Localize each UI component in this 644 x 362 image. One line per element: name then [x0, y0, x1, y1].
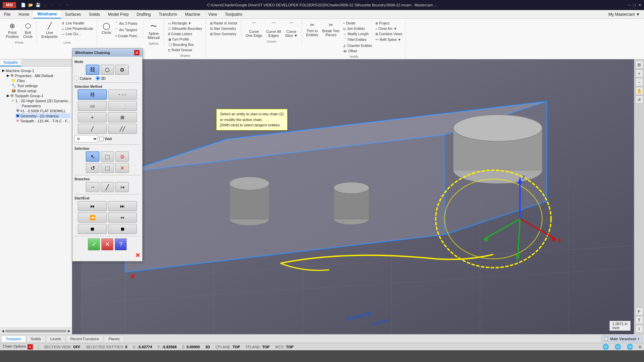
- zoom-out-button[interactable]: −: [635, 78, 643, 86]
- ribbon-btn-break-two-pieces[interactable]: ✂ Break TwoPieces: [321, 21, 341, 54]
- expand-icon[interactable]: ≡: [639, 344, 641, 350]
- selection-remove-button[interactable]: ⊘: [115, 152, 129, 162]
- selection-rect-deselect-button[interactable]: ⬚: [101, 163, 114, 173]
- ribbon-btn-fillet-entities[interactable]: ⌒ Fillet Entities: [342, 37, 373, 43]
- wait-check-label[interactable]: Wait: [99, 137, 112, 141]
- menu-transform[interactable]: Transform: [155, 10, 181, 18]
- ribbon-btn-refit-spline[interactable]: 〜 Refit Spline ▼: [374, 37, 404, 43]
- viewport[interactable]: Z X Streamingt eacher. Select an entity …: [72, 59, 644, 334]
- bottom-tab-levels[interactable]: Levels: [46, 336, 65, 342]
- tree-item-parameters[interactable]: 📄 Parameters: [15, 103, 70, 108]
- ribbon-btn-create-point[interactable]: + Create Point...: [114, 34, 141, 39]
- ribbon-btn-project[interactable]: ⊕ Project: [374, 21, 404, 26]
- ribbon-btn-curve-one-edge[interactable]: ⌒ CurveOne Edge: [244, 21, 264, 39]
- menu-drafting[interactable]: Drafting: [132, 10, 155, 18]
- ribbon-btn-combine-views[interactable]: ⊞ Combine Views: [374, 32, 404, 37]
- quick-access-undo[interactable]: ↩: [50, 2, 56, 8]
- menu-model-prep[interactable]: Model Prep: [104, 10, 132, 18]
- selection-slash-dashed-button[interactable]: ╱╱: [108, 124, 137, 134]
- in-dropdown[interactable]: In Out: [74, 135, 98, 142]
- start-end-skip-end-button[interactable]: ⏭: [108, 201, 137, 211]
- wait-checkbox[interactable]: [99, 137, 104, 141]
- pan-button[interactable]: ✋: [635, 87, 643, 95]
- selection-rect-solid-button[interactable]: ▭: [78, 101, 107, 111]
- selection-rect-select-button[interactable]: ⬚: [101, 152, 114, 162]
- start-end-start-button[interactable]: ⏹: [78, 224, 107, 234]
- branch-arrow-right-button[interactable]: →: [86, 182, 99, 192]
- ribbon-btn-modify-length[interactable]: ↔ Modify Length: [342, 32, 373, 37]
- left-tab-toolpaths[interactable]: Toolpaths: [0, 59, 21, 66]
- zoom-in-button[interactable]: +: [635, 69, 643, 77]
- ribbon-btn-bolt-circle[interactable]: ⬡ BoltCircle: [21, 21, 35, 40]
- selection-arrow-button[interactable]: ↖: [86, 152, 99, 162]
- ribbon-btn-divide-entities[interactable]: ÷ Divide: [342, 21, 373, 26]
- tree-item-stock-setup[interactable]: 📦 Stock setup: [11, 88, 70, 93]
- selection-plus-solid-button[interactable]: +: [78, 112, 107, 122]
- start-end-prev-button[interactable]: ⏪: [78, 213, 107, 223]
- tree-item-files[interactable]: 📁 Files: [11, 78, 70, 83]
- tree-item-flat-endmill[interactable]: ⚒ #1 - 0.5000 FLAT ENDMILL: [15, 108, 70, 113]
- ribbon-btn-close-arc[interactable]: ○ Close Arc ▼: [374, 26, 404, 31]
- 3d-radio-label[interactable]: 3D: [96, 76, 106, 80]
- ribbon-btn-spline-manual[interactable]: 〜 SplineManual: [146, 21, 161, 41]
- ribbon-btn-relief-groove[interactable]: ⊏ Relief Groove: [167, 48, 204, 53]
- tree-scroll-indicator[interactable]: ◀ ▶: [0, 327, 72, 334]
- tree-item-2d-highspeed[interactable]: ✓ 1 - 2D High Speed (2D Dynamic...: [11, 98, 70, 103]
- ribbon-btn-line-parallel[interactable]: ⏸ Line Parallel: [60, 21, 95, 26]
- quick-access-print[interactable]: 🖨: [42, 2, 48, 8]
- ribbon-btn-join-entities[interactable]: ⊔ Join Entities: [342, 26, 373, 31]
- globe-icon-1[interactable]: 🌐: [602, 344, 609, 350]
- tree-item-geometry[interactable]: ⬟ Geometry - (1) chain(s): [15, 113, 70, 118]
- menu-file[interactable]: File: [0, 10, 14, 18]
- scroll-right-icon[interactable]: ▶: [68, 329, 70, 333]
- start-end-swap-button[interactable]: ⇔: [108, 213, 137, 223]
- ribbon-btn-curve-all-edges[interactable]: ⌒ Curve AllEdges: [265, 21, 283, 39]
- selection-rect-dashed-button[interactable]: ⬜: [108, 101, 137, 111]
- ribbon-btn-rectangle[interactable]: ▭ Rectangle ▼: [167, 21, 204, 26]
- selection-rotate-button[interactable]: ↺: [86, 163, 99, 173]
- ribbon-btn-point-position[interactable]: ⊕ PointPosition: [4, 21, 20, 40]
- branch-slash-button[interactable]: ╱: [101, 182, 114, 192]
- dialog-help-button[interactable]: ?: [115, 238, 127, 250]
- ribbon-btn-offset[interactable]: ⟴ Offset: [342, 49, 373, 54]
- zoom-fit-button[interactable]: ⊞: [635, 61, 643, 69]
- my-mastercam[interactable]: My Mastercam ▼: [604, 10, 644, 18]
- selection-slash-solid-button[interactable]: ╱: [78, 124, 107, 134]
- ribbon-btn-trim-to-entities[interactable]: ✂ Trim toEntities: [305, 21, 320, 54]
- ribbon-btn-line-endpoints[interactable]: ╱ LineEndpoints: [40, 21, 59, 40]
- menu-solids[interactable]: Solids: [85, 10, 104, 18]
- minimize-button[interactable]: ─: [628, 3, 631, 7]
- ribbon-btn-stair-geometry[interactable]: ⊟ Stair Geometry: [209, 26, 239, 31]
- quick-access-new[interactable]: 📄: [20, 2, 26, 8]
- mode-chain-button[interactable]: ⛓: [86, 65, 99, 75]
- quick-access-save[interactable]: 💾: [35, 2, 41, 8]
- quick-access-open[interactable]: 📂: [28, 2, 34, 8]
- rotate-button[interactable]: ↺: [635, 96, 643, 104]
- scroll-left-icon[interactable]: ◀: [1, 329, 4, 333]
- ribbon-btn-chamfer-entities[interactable]: ∠ Chamfer Entities: [342, 43, 373, 48]
- tree-item-toolpath[interactable]: ✕ Toolpath - 115.4K - T-N.C - F...: [15, 118, 70, 123]
- dialog-close-button[interactable]: ✕: [134, 50, 140, 55]
- globe-icon-3[interactable]: 🌐: [627, 344, 633, 350]
- menu-toolpaths[interactable]: Toolpaths: [221, 10, 246, 18]
- mode-loop-button[interactable]: ⬡: [101, 65, 114, 75]
- ribbon-btn-raster-to-vector[interactable]: ⊞ Raster to Vector: [209, 21, 239, 26]
- bottom-tab-solids[interactable]: Solids: [26, 336, 45, 342]
- menu-view[interactable]: View: [204, 10, 221, 18]
- mode-settings-button[interactable]: ⚙: [115, 65, 129, 75]
- ribbon-btn-bounding-box[interactable]: ⬜ Bounding Box: [167, 42, 204, 47]
- cplane-radio[interactable]: [74, 76, 79, 80]
- 3d-radio[interactable]: [96, 76, 100, 80]
- bottom-tab-planes[interactable]: Planes: [104, 336, 124, 342]
- ribbon-btn-silhouette-boundary[interactable]: ⬡ Silhouette Boundary: [167, 26, 204, 31]
- menu-surfaces[interactable]: Surfaces: [61, 10, 85, 18]
- ribbon-btn-circle[interactable]: ◯ Circle: [100, 21, 113, 39]
- selection-chain-solid-button[interactable]: ⛓: [78, 89, 107, 100]
- cplane-radio-label[interactable]: Cplane: [74, 76, 92, 80]
- ribbon-btn-turn-profile[interactable]: ◑ Turn Profile: [167, 37, 204, 42]
- quick-access-redo[interactable]: ↪: [57, 2, 63, 8]
- branch-double-arrow-button[interactable]: ⇒: [115, 182, 129, 192]
- viewsheet-tab[interactable]: 📋 Main Viewsheet +: [601, 336, 643, 342]
- selection-x-remove-button[interactable]: ✕: [115, 163, 129, 173]
- ribbon-btn-door-geometry[interactable]: ⊞ Door Geometry: [209, 32, 239, 37]
